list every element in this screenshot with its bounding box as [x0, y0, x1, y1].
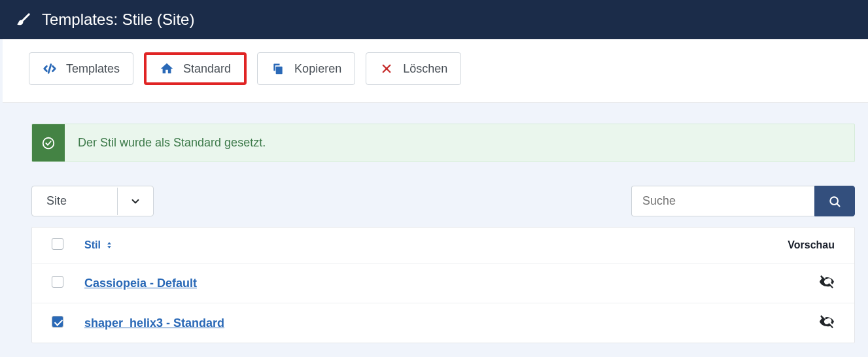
- check-circle-icon: [32, 124, 65, 162]
- copy-button[interactable]: Kopieren: [257, 52, 355, 85]
- table-row: shaper_helix3 - Standard: [32, 303, 854, 343]
- page-title: Templates: Stile (Site): [42, 10, 194, 29]
- code-icon: [43, 61, 57, 76]
- delete-button[interactable]: Löschen: [366, 52, 461, 85]
- select-all-checkbox[interactable]: [52, 238, 63, 250]
- svg-rect-1: [276, 67, 283, 75]
- styles-table: Stil Vorschau Cassiopeia - Default: [31, 227, 855, 343]
- style-link[interactable]: shaper_helix3 - Standard: [84, 316, 224, 330]
- search-group: [631, 186, 855, 216]
- table-header: Stil Vorschau: [32, 228, 854, 264]
- sort-icon: [105, 241, 114, 250]
- home-icon: [160, 61, 174, 76]
- svg-point-4: [43, 137, 54, 148]
- col-stil-label: Stil: [84, 239, 101, 251]
- standard-label: Standard: [183, 62, 231, 76]
- delete-label: Löschen: [403, 62, 447, 76]
- success-alert: Der Stil wurde als Standard gesetzt.: [31, 124, 855, 162]
- copy-label: Kopieren: [294, 62, 341, 76]
- svg-line-6: [837, 203, 840, 206]
- col-stil-header[interactable]: Stil: [84, 239, 114, 251]
- col-vorschau-header: Vorschau: [756, 239, 835, 251]
- table-row: Cassiopeia - Default: [32, 264, 854, 303]
- standard-button[interactable]: Standard: [144, 52, 247, 85]
- search-input[interactable]: [631, 186, 814, 216]
- templates-button[interactable]: Templates: [29, 52, 133, 85]
- client-select[interactable]: Site: [31, 186, 154, 216]
- svg-line-0: [48, 65, 51, 73]
- toolbar: Templates Standard Kopieren Löschen: [3, 39, 868, 103]
- search-icon: [828, 195, 841, 208]
- style-link[interactable]: Cassiopeia - Default: [84, 277, 197, 290]
- filter-row: Site: [3, 175, 868, 227]
- eye-off-icon[interactable]: [819, 314, 835, 330]
- row-checkbox[interactable]: [52, 316, 63, 328]
- templates-label: Templates: [66, 62, 120, 76]
- alert-message: Der Stil wurde als Standard gesetzt.: [65, 124, 279, 162]
- eye-off-icon[interactable]: [819, 274, 835, 290]
- brush-icon: [16, 11, 33, 28]
- copy-icon: [271, 61, 285, 76]
- search-button[interactable]: [814, 186, 855, 216]
- chevron-down-icon: [117, 188, 153, 215]
- page-header: Templates: Stile (Site): [0, 0, 868, 39]
- client-select-value: Site: [32, 186, 117, 216]
- row-checkbox[interactable]: [52, 276, 63, 288]
- select-all-cell: [52, 238, 84, 252]
- x-icon: [379, 61, 394, 76]
